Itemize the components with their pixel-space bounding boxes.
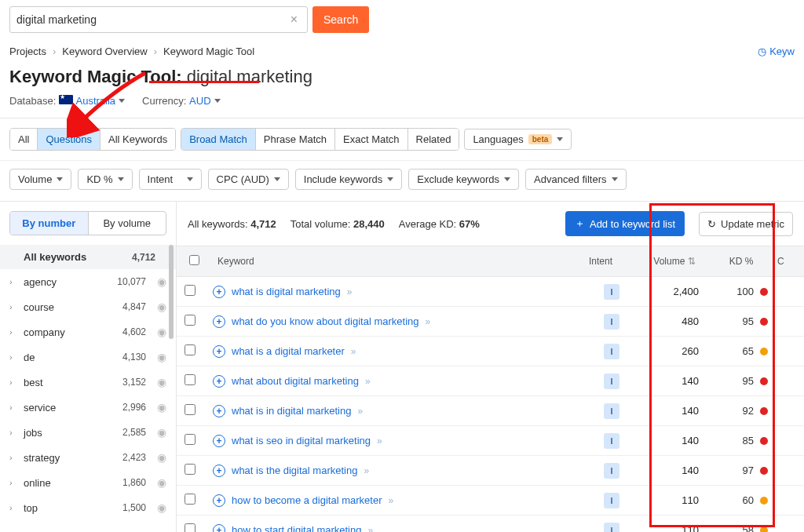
tab-questions[interactable]: Questions — [38, 129, 100, 150]
row-checkbox[interactable] — [185, 315, 196, 326]
eye-icon[interactable]: ◉ — [157, 376, 166, 388]
filter-intent[interactable]: Intent — [139, 169, 202, 190]
double-chevron-icon[interactable]: » — [351, 346, 356, 357]
expand-icon[interactable]: + — [213, 375, 225, 388]
expand-icon[interactable]: + — [213, 435, 225, 447]
group-item[interactable]: ›online1,860◉ — [0, 470, 176, 495]
row-checkbox[interactable] — [185, 523, 196, 532]
row-checkbox[interactable] — [185, 434, 196, 445]
search-box[interactable]: × — [9, 6, 308, 33]
expand-icon[interactable]: + — [213, 524, 225, 533]
double-chevron-icon[interactable]: » — [377, 435, 382, 446]
database-selector[interactable]: Database: Australia — [9, 95, 125, 107]
tab-broad-match[interactable]: Broad Match — [181, 129, 256, 150]
eye-icon[interactable]: ◉ — [157, 426, 166, 439]
double-chevron-icon[interactable]: » — [365, 376, 371, 387]
double-chevron-icon[interactable]: » — [388, 495, 393, 506]
scrollbar[interactable] — [169, 245, 174, 339]
keyword-link[interactable]: what is a digital marketer — [232, 345, 345, 357]
filter-exclude[interactable]: Exclude keywords — [408, 169, 519, 190]
keyword-link[interactable]: what is digital marketing — [232, 286, 341, 297]
add-to-list-button[interactable]: ＋Add to keyword list — [565, 211, 685, 236]
kd-cell: 85 — [710, 435, 773, 446]
sort-by-volume[interactable]: By volume — [89, 212, 166, 235]
crumb-overview[interactable]: Keyword Overview — [62, 46, 147, 57]
tab-phrase-match[interactable]: Phrase Match — [256, 129, 335, 150]
group-item[interactable]: ›service2,996◉ — [0, 395, 176, 420]
eye-icon[interactable]: ◉ — [157, 301, 166, 313]
select-all-checkbox[interactable] — [189, 255, 199, 265]
double-chevron-icon[interactable]: » — [364, 465, 369, 476]
expand-icon[interactable]: + — [213, 315, 225, 328]
languages-dropdown[interactable]: Languages beta — [464, 129, 572, 150]
expand-icon[interactable]: + — [213, 345, 225, 358]
group-item[interactable]: ›company4,602◉ — [0, 319, 176, 344]
row-checkbox[interactable] — [185, 494, 196, 505]
filter-volume[interactable]: Volume — [9, 169, 71, 190]
search-input[interactable] — [16, 13, 287, 26]
eye-icon[interactable]: ◉ — [157, 326, 166, 338]
table-row: +what is the digital marketing»I14097 — [177, 456, 804, 486]
eye-icon[interactable]: ◉ — [157, 351, 166, 363]
row-checkbox[interactable] — [185, 464, 196, 475]
eye-icon[interactable]: ◉ — [157, 401, 166, 414]
sort-by-number[interactable]: By number — [10, 212, 89, 235]
col-intent[interactable]: Intent — [584, 256, 639, 267]
eye-icon[interactable]: ◉ — [157, 451, 166, 464]
expand-icon[interactable]: + — [213, 494, 225, 507]
chevron-right-icon: › — [9, 327, 17, 337]
group-item[interactable]: ›top1,500◉ — [0, 495, 176, 520]
double-chevron-icon[interactable]: » — [367, 525, 373, 533]
filter-include[interactable]: Include keywords — [295, 169, 402, 190]
group-item[interactable]: ›de4,130◉ — [0, 344, 176, 370]
eye-icon[interactable]: ◉ — [157, 501, 166, 514]
keyword-link[interactable]: what about digital marketing — [232, 375, 359, 387]
double-chevron-icon[interactable]: » — [347, 286, 353, 297]
group-all-keywords[interactable]: All keywords 4,712 — [0, 245, 176, 269]
tab-all[interactable]: All — [10, 129, 38, 150]
eye-icon[interactable]: ◉ — [157, 476, 166, 489]
double-chevron-icon[interactable]: » — [357, 406, 363, 417]
group-item[interactable]: ›best3,152◉ — [0, 370, 176, 395]
filter-kd[interactable]: KD % — [78, 169, 132, 190]
filter-advanced[interactable]: Advanced filters — [525, 169, 627, 190]
keyword-link[interactable]: what is in digital marketing — [232, 405, 351, 417]
keyword-link[interactable]: what is seo in digital marketing — [232, 435, 371, 446]
tab-exact-match[interactable]: Exact Match — [335, 129, 408, 150]
keyword-link[interactable]: what is the digital marketing — [232, 465, 357, 476]
expand-icon[interactable]: + — [213, 465, 225, 477]
search-button[interactable]: Search — [312, 6, 369, 33]
clear-icon[interactable]: × — [287, 13, 301, 27]
tab-all-keywords[interactable]: All Keywords — [100, 129, 175, 150]
update-metrics-button[interactable]: ↻Update metric — [699, 212, 793, 236]
keyword-link[interactable]: how to become a digital marketer — [232, 494, 382, 506]
keyword-link[interactable]: what do you know about digital marketing — [232, 315, 418, 327]
expand-icon[interactable]: + — [213, 405, 225, 417]
row-checkbox[interactable] — [185, 344, 196, 355]
col-c[interactable]: C — [773, 256, 796, 267]
group-item[interactable]: ›agency10,077◉ — [0, 269, 176, 294]
group-item[interactable]: ›course4,847◉ — [0, 294, 176, 319]
kd-cell: 97 — [710, 465, 773, 476]
row-checkbox[interactable] — [185, 285, 196, 296]
filter-cpc[interactable]: CPC (AUD) — [208, 169, 289, 190]
expand-icon[interactable]: + — [213, 286, 225, 298]
col-kd[interactable]: KD % — [710, 256, 773, 267]
tab-related[interactable]: Related — [408, 129, 459, 150]
group-item[interactable]: ›jobs2,585◉ — [0, 420, 176, 445]
beta-badge: beta — [528, 134, 553, 144]
row-checkbox[interactable] — [185, 374, 196, 385]
keyword-link[interactable]: how to start digital marketing — [232, 524, 361, 532]
chevron-down-icon — [119, 99, 125, 103]
double-chevron-icon[interactable]: » — [425, 316, 430, 327]
difficulty-dot-icon — [760, 527, 768, 533]
eye-icon[interactable]: ◉ — [157, 275, 166, 288]
group-item[interactable]: ›strategy2,423◉ — [0, 445, 176, 470]
col-volume[interactable]: Volume ⇅ — [639, 256, 710, 267]
chevron-right-icon: › — [154, 46, 157, 57]
row-checkbox[interactable] — [185, 404, 196, 415]
crumb-projects[interactable]: Projects — [9, 46, 46, 57]
currency-selector[interactable]: Currency: AUD — [142, 95, 220, 107]
col-keyword[interactable]: Keyword — [213, 256, 584, 267]
keyword-link[interactable]: ◷ Keyw — [758, 46, 795, 57]
